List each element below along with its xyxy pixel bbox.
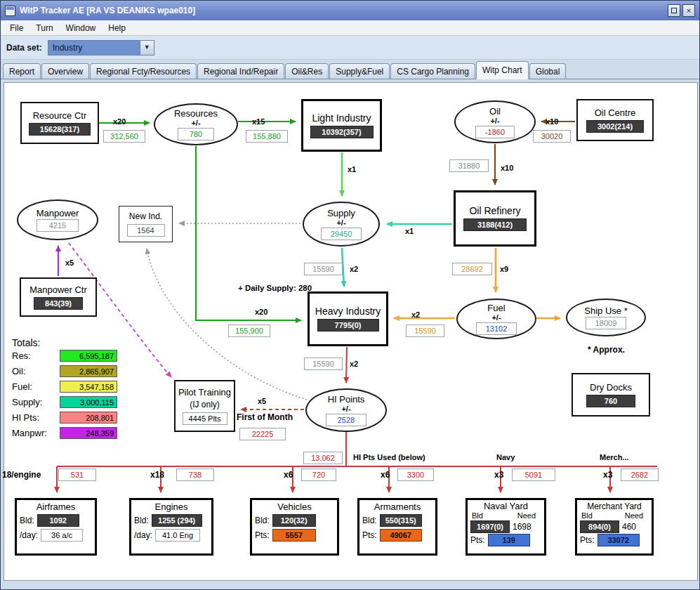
maximize-button[interactable] <box>668 4 680 17</box>
totals-supply-value: 3,000,115 <box>60 396 117 408</box>
tab-global[interactable]: Global <box>529 63 567 79</box>
node-title: Heavy Industry <box>315 306 381 317</box>
dataset-selected-value: Industry <box>48 41 140 55</box>
totals-res-label: Res: <box>12 350 31 361</box>
tab-report[interactable]: Report <box>3 63 41 79</box>
menu-file[interactable]: File <box>4 22 29 34</box>
close-button[interactable]: × <box>682 4 695 17</box>
node-value: 780 <box>178 128 214 140</box>
edge-oilcentre-oil-mult: x10 <box>546 117 558 126</box>
edge-manpowerctr-manpower-mult: x5 <box>65 258 74 267</box>
dist-merchant-mult: x3 <box>603 470 612 480</box>
need-header: Need <box>625 511 643 520</box>
menu-help[interactable]: Help <box>102 22 132 34</box>
maximize-icon <box>671 8 677 13</box>
node-manpower-ctr: Manpower Ctr 843(39) <box>20 277 97 317</box>
node-subtitle: (IJ only) <box>190 400 220 410</box>
node-subtitle: +/- <box>191 119 200 127</box>
factory-title: Merchant Yard <box>580 501 649 511</box>
node-dry-docks: Dry Docks 760 <box>572 373 650 417</box>
node-title: HI Points <box>328 394 365 405</box>
dataset-dropdown-button[interactable]: ▼ <box>140 41 154 55</box>
node-value: 13102 <box>476 322 517 335</box>
edge-supply-heavy-value: 15590 <box>304 263 343 275</box>
tab-oil-res[interactable]: Oil&Res <box>285 63 329 79</box>
bld-value: 1092 <box>37 514 79 527</box>
node-new-ind: New Ind. 1564 <box>119 206 173 242</box>
node-airframes: Airframes Bld: 1092 /day: 36 a/c <box>15 498 97 556</box>
dataset-label: Data set: <box>6 43 42 53</box>
node-manpower: Manpower 4215 <box>17 199 98 240</box>
tab-witp-chart[interactable]: Witp Chart <box>476 61 529 79</box>
node-title: Fuel <box>487 303 505 313</box>
node-value: 4215 <box>37 219 79 232</box>
edge-resources-light-mult: x15 <box>252 117 265 126</box>
node-title: Pilot Training <box>178 387 231 398</box>
edge-supply-heavy-mult: x2 <box>350 265 358 273</box>
node-title: Supply <box>327 208 355 218</box>
tab-bar: Report Overview Regional Fcty/Resources … <box>1 60 699 79</box>
node-value: 2528 <box>326 414 366 426</box>
edge-refinery-fuel-value: 28692 <box>452 263 492 275</box>
menu-turn[interactable]: Turn <box>29 22 59 34</box>
node-armaments: Armaments Bld: 550(315) Pts: 49067 <box>357 498 437 556</box>
node-subtitle: +/- <box>491 314 501 322</box>
node-title: Ship Use * <box>584 306 627 316</box>
dist-armaments-value: 3300 <box>397 468 434 481</box>
bld-value: 120(32) <box>272 514 316 527</box>
node-hi-points: HI Points +/- 2528 <box>305 388 387 432</box>
node-oil-refinery: Oil Refinery 3188(412) <box>454 190 536 247</box>
edge-resctr-resources-mult: x20 <box>113 117 126 126</box>
edge-resources-light-value: 155,880 <box>246 130 288 143</box>
node-value: 29450 <box>321 228 362 240</box>
menu-window[interactable]: Window <box>60 22 103 34</box>
tab-cs-cargo-planning[interactable]: CS Cargo Planning <box>390 63 475 79</box>
chevron-down-icon: ▼ <box>144 44 150 51</box>
dataset-combobox[interactable]: Industry ▼ <box>48 40 154 55</box>
node-subtitle: +/- <box>336 219 345 227</box>
dist-vehicles-mult: x6 <box>284 470 293 480</box>
factory-title: Airframes <box>20 501 92 512</box>
edge-refinery-fuel-mult: x9 <box>500 265 508 273</box>
node-oil-centre: Oil Centre 3002(214) <box>576 99 654 141</box>
bld-header: Bld <box>472 511 483 520</box>
factory-title: Engines <box>134 501 209 512</box>
node-fuel: Fuel +/- 13102 <box>456 299 536 339</box>
dist-naval-value: 5091 <box>512 468 555 481</box>
pts-label: Pts: <box>362 530 377 540</box>
node-title: New Ind. <box>129 211 162 222</box>
node-resource-ctr: Resource Ctr 15628(317) <box>20 102 99 144</box>
dist-vehicles-value: 720 <box>301 468 336 481</box>
edge-fuel-heavy-value: 15590 <box>406 324 444 337</box>
node-title: Resource Ctr <box>33 110 87 121</box>
node-heavy-industry: Heavy Industry 7795(0) <box>308 291 388 346</box>
node-pilot-training: Pilot Training (IJ only) 4445 Plts <box>174 380 235 432</box>
title-bar[interactable]: WitP Tracker AE [RA VS DEANIKS wpae010] … <box>1 1 699 20</box>
pts-label: Pts: <box>470 535 485 545</box>
dist-engines-mult: x18 <box>150 470 164 480</box>
edge-resources-heavy-value: 155,900 <box>228 324 270 337</box>
totals-supply-label: Supply: <box>12 397 42 407</box>
daily-supply-label: + Daily Supply: 280 <box>238 284 312 292</box>
pts-value: 139 <box>488 534 530 546</box>
tab-overview[interactable]: Overview <box>41 63 89 79</box>
pts-value: 33072 <box>597 534 640 546</box>
node-resources: Resources +/- 780 <box>154 103 238 145</box>
node-value: -1860 <box>475 126 515 138</box>
edge-heavy-hi-mult: x2 <box>350 360 358 368</box>
pts-label: Pts: <box>255 530 270 540</box>
totals-fuel-label: Fuel: <box>12 381 32 392</box>
tab-regional-fcty-resources[interactable]: Regional Fcty/Resources <box>90 63 197 79</box>
tab-supply-fuel[interactable]: Supply&Fuel <box>329 63 390 79</box>
node-value: 1564 <box>127 224 165 237</box>
edge-hi-pilot-mult: x5 <box>258 397 266 405</box>
node-supply: Supply +/- 29450 <box>303 202 380 247</box>
bld-value: 550(315) <box>380 514 422 527</box>
node-naval-yard: Naval Yard Bld Need 1697(0) 1698 Pts: 13… <box>465 498 546 556</box>
tab-regional-ind-repair[interactable]: Regional Ind/Repair <box>197 63 284 79</box>
chart-area: Resource Ctr 15628(317) Resources +/- 78… <box>1 79 700 590</box>
totals-manpwr-value: 248,359 <box>60 427 117 439</box>
dist-airframes-value: 531 <box>58 468 96 481</box>
bld-label: Bld: <box>20 516 34 525</box>
pts-value: 5557 <box>272 529 316 542</box>
